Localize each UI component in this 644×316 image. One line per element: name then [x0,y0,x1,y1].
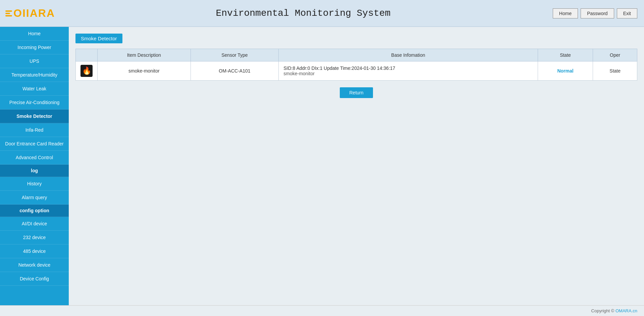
col-header-item-description: Item Description [98,49,191,61]
logo: OIIARA [7,3,54,24]
col-header-sensor-type: Sensor Type [191,49,279,61]
sidebar-item-home[interactable]: Home [0,27,69,41]
sidebar-item-incoming-power[interactable]: Incoming Power [0,41,69,54]
table-cell-state: Normal [538,61,593,81]
sidebar-item-history[interactable]: History [0,177,69,191]
flame-icon: 🔥 [82,66,91,75]
sidebar-item-infa-red[interactable]: Infa-Red [0,123,69,137]
footer-text: Copyright © [591,308,614,313]
sidebar-item-232-device[interactable]: 232 device [0,231,69,244]
sidebar: Home Incoming Power UPS Temperature/Humi… [0,27,69,305]
sidebar-item-485-device[interactable]: 485 device [0,244,69,258]
sidebar-section-config: config option [0,205,69,217]
sidebar-item-aidi-device[interactable]: AI/DI device [0,217,69,231]
sidebar-item-smoke-detector[interactable]: Smoke Detector [0,109,69,123]
logo-line-3 [5,15,12,16]
section-badge: Smoke Detector [75,34,122,43]
table-cell-sensor-type: OM-ACC-A101 [191,61,279,81]
state-value: Normal [557,68,573,74]
smoke-detector-icon: 🔥 [80,65,93,77]
logo-line-2 [5,13,10,14]
table-cell-icon: 🔥 [76,61,98,81]
sidebar-item-advanced-control[interactable]: Advanced Control [0,151,69,165]
table-header-row: Item Description Sensor Type Base Infoma… [76,49,637,61]
return-button-row: Return [75,81,637,105]
footer: Copyright © OMARA.cn [0,305,644,316]
content-area: Smoke Detector Item Description Sensor T… [69,27,644,305]
sidebar-item-device-config[interactable]: Device Config [0,272,69,286]
sidebar-item-door-entrance[interactable]: Door Entrance Card Reader [0,137,69,151]
col-header-icon [76,49,98,61]
table-cell-base-info: SID:8 Addr:0 DIx:1 Update Time:2024-01-3… [279,61,538,81]
sidebar-item-air-cond[interactable]: Precise Air-Conditioning [0,96,69,109]
sidebar-item-ups[interactable]: UPS [0,54,69,68]
logo-line-1 [5,10,12,12]
logo-lines [5,10,12,16]
main-layout: Home Incoming Power UPS Temperature/Humi… [0,27,644,305]
home-button[interactable]: Home [553,8,578,18]
col-header-base-info: Base Infomation [279,49,538,61]
password-button[interactable]: Password [581,8,614,18]
sidebar-item-network-device[interactable]: Network device [0,258,69,272]
base-info-line1: SID:8 Addr:0 DIx:1 Update Time:2024-01-3… [283,65,533,71]
page-title: Environmental Monitoring System [54,8,553,18]
col-header-state: State [538,49,593,61]
header: OIIARA Environmental Monitoring System H… [0,0,644,27]
exit-button[interactable]: Exit [617,8,637,18]
base-info-line2: smoke-monitor [283,71,533,76]
sidebar-item-alarm-query[interactable]: Alarm query [0,191,69,205]
table-cell-oper[interactable]: State [593,61,637,81]
table-row: 🔥 smoke-monitor OM-ACC-A101 SID:8 Addr:0… [76,61,637,81]
sidebar-item-water-leak[interactable]: Water Leak [0,82,69,96]
header-buttons: Home Password Exit [553,8,637,18]
sidebar-section-log: log [0,165,69,177]
col-header-oper: Oper [593,49,637,61]
sidebar-item-temp-humidity[interactable]: Temperature/Humidity [0,68,69,82]
smoke-detector-table: Item Description Sensor Type Base Infoma… [75,49,637,81]
table-cell-item-description: smoke-monitor [98,61,191,81]
logo-text: OIIARA [13,7,55,19]
return-button[interactable]: Return [340,87,373,98]
footer-link[interactable]: OMARA.cn [615,308,637,313]
oper-state-link[interactable]: State [609,68,621,74]
